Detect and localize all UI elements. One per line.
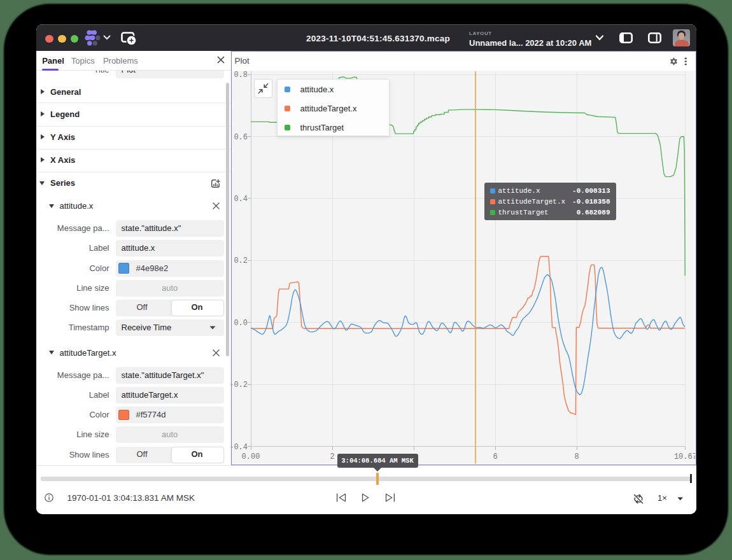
svg-text:6: 6 xyxy=(493,452,497,461)
svg-text:0.0: 0.0 xyxy=(234,319,248,328)
svg-text:-0.4: -0.4 xyxy=(232,443,248,452)
svg-text:2: 2 xyxy=(330,452,334,461)
svg-text:0.6: 0.6 xyxy=(234,133,248,142)
svg-text:-0.2: -0.2 xyxy=(232,381,248,389)
svg-text:0.00: 0.00 xyxy=(241,452,260,461)
svg-text:8: 8 xyxy=(574,452,579,461)
svg-text:0.8: 0.8 xyxy=(234,71,248,80)
svg-text:10.67: 10.67 xyxy=(673,452,694,461)
svg-text:0.2: 0.2 xyxy=(234,256,248,265)
svg-text:0.4: 0.4 xyxy=(234,195,248,204)
